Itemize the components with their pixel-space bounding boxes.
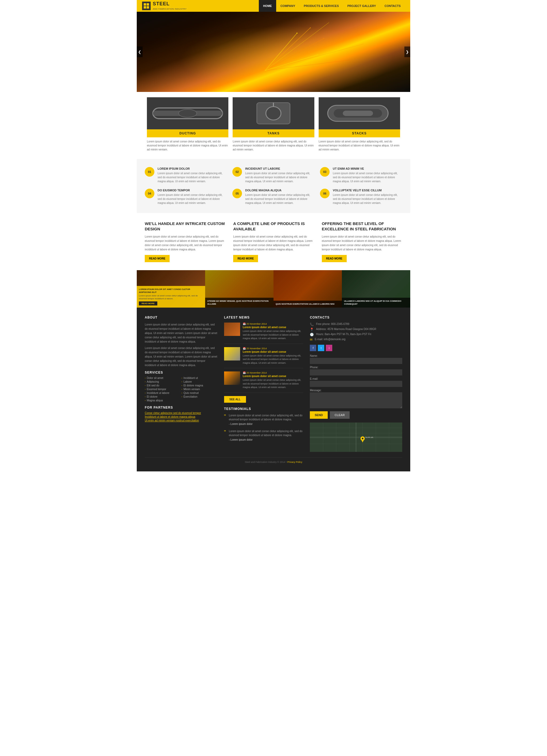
hero-slider: ❮ ❯ xyxy=(137,12,410,92)
logo-text: STEEL AND FABRICATION INDUSTRY xyxy=(153,1,187,10)
info-readmore-3[interactable]: READ MORE xyxy=(322,255,347,262)
svg-line-4 xyxy=(265,33,297,71)
testimonials-section: TESTIMONIALS "Lorem ipsum dolor sit amet… xyxy=(224,407,303,441)
info-section: WE'LL HANDLE ANY INTRICATE CUSTOM DESIGN… xyxy=(137,213,410,270)
service-item-4: ◦Labore xyxy=(181,380,217,383)
twitter-icon[interactable]: t xyxy=(318,345,324,351)
news-content-3: 📅 25 November 2014 Lorem ipsum dolor sit… xyxy=(243,371,303,389)
partner-link-3[interactable]: Ut enim ad minim veniam nostrud exercita… xyxy=(145,419,218,422)
email-input[interactable] xyxy=(310,381,402,387)
address-icon: 📍 xyxy=(310,328,314,331)
service-item-8: ◦Minim veniam xyxy=(181,388,217,391)
email-label: E-mail: xyxy=(310,377,402,380)
feature-content-6: VOLLUPTATE VELIT ESSE CILLUM Lorem ipsum… xyxy=(333,189,402,205)
news-item-2: 📅 25 November 2014 Lorem ipsum dolor sit… xyxy=(224,347,303,369)
see-all-button[interactable]: SEE ALL xyxy=(224,396,246,403)
contact-address: 📍 Address: 4578 Marmora Road Glasgow D04… xyxy=(310,328,402,331)
name-input[interactable] xyxy=(310,358,402,364)
nav-company[interactable]: COMPANY xyxy=(276,0,299,12)
footer-news-col: LATEST NEWS 📅 25 November 2014 Lorem ips… xyxy=(224,316,303,452)
service-item-6: ◦Et dolore magna xyxy=(181,384,217,387)
contact-phone: 📞 Free phone: 800-2345-6789 xyxy=(310,323,402,326)
service-item-2: ◦Incididunt ut xyxy=(181,377,217,379)
brand-name: STEEL xyxy=(153,1,187,7)
form-group-email: E-mail: xyxy=(310,377,402,387)
gallery-overlay-4: ULLAMCO LABORIS NISI UT ALIQUIP EX EA CO… xyxy=(342,298,410,308)
gallery-readmore-1[interactable]: READ MORE xyxy=(139,301,157,305)
feature-6: 06 VOLLUPTATE VELIT ESSE CILLUM Lorem ip… xyxy=(320,189,402,205)
instagram-icon[interactable]: i xyxy=(326,345,332,351)
tanks-image xyxy=(233,97,314,129)
contact-email: ✉ E-mail: info@demoink.org xyxy=(310,338,402,342)
footer-services-grid: ◦Dolor sit amet ◦Incididunt ut ◦Adipisci… xyxy=(145,377,218,402)
gallery-item-4[interactable]: ULLAMCO LABORIS NISI UT ALIQUIP EX EA CO… xyxy=(342,270,410,308)
news-item-1: 📅 25 November 2014 Lorem ipsum dolor sit… xyxy=(224,323,303,344)
svg-point-22 xyxy=(266,107,281,120)
nav-home[interactable]: HOME xyxy=(259,0,276,12)
privacy-link[interactable]: Privacy Policy xyxy=(287,461,302,463)
svg-rect-27 xyxy=(343,111,373,116)
gallery-item-2[interactable]: UTENIM AD MINIM VENIAM, QUIS NOSTRUD EXE… xyxy=(205,270,274,308)
main-nav: HOME COMPANY PRODUCTS & SERVICES PROJECT… xyxy=(259,0,405,12)
news-text-3: Lorem ipsum dolor sit amet conse cletur … xyxy=(243,378,303,389)
partner-link-2[interactable]: Incididunt ut labore et dolore magna ali… xyxy=(145,415,218,418)
feature-4: 04 DO EIUSMOD TEMPOR Lorem ipsum dolor s… xyxy=(145,189,227,205)
feature-1: 01 LOREM IPSUM DOLOR Lorem ipsum dolor s… xyxy=(145,167,227,183)
service-item-11: ◦Et dolore xyxy=(145,395,181,398)
form-group-phone: Phone: xyxy=(310,366,402,375)
clear-button[interactable]: CLEAR xyxy=(330,411,350,419)
message-textarea[interactable] xyxy=(310,392,402,408)
svg-line-9 xyxy=(265,22,329,71)
feature-content-5: DOLORE MAGNA ALIQUA Lorem ipsum dolor si… xyxy=(245,189,314,205)
svg-point-12 xyxy=(296,33,297,34)
info-readmore-2[interactable]: READ MORE xyxy=(233,255,258,262)
news-text-2: Lorem ipsum dolor sit amet conse cletur … xyxy=(243,354,303,365)
info-col-1: WE'LL HANDLE ANY INTRICATE CUSTOM DESIGN… xyxy=(145,221,225,262)
service-card-tanks: TANKS Lorem ipsum dolor sit amet conse c… xyxy=(233,97,314,154)
contact-info: 📞 Free phone: 800-2345-6789 📍 Address: 4… xyxy=(310,323,402,342)
svg-line-5 xyxy=(265,38,324,71)
service-cards: DUCTING Lorem ipsum dolor sit amet conse… xyxy=(137,92,410,159)
logo-area: STEEL AND FABRICATION INDUSTRY xyxy=(142,1,259,10)
hero-next-button[interactable]: ❯ xyxy=(404,46,410,57)
brand-sub: AND FABRICATION INDUSTRY xyxy=(153,8,187,10)
service-item-9: ◦Incididunt ut labore xyxy=(145,391,181,394)
feature-5: 05 DOLORE MAGNA ALIQUA Lorem ipsum dolor… xyxy=(233,189,314,205)
social-icons: f t i xyxy=(310,345,402,351)
news-text-1: Lorem ipsum dolor sit amet conse cletur … xyxy=(243,329,303,340)
tanks-text: Lorem ipsum dolor sit amet conse cletur … xyxy=(233,137,314,154)
hero-prev-button[interactable]: ❮ xyxy=(137,46,143,57)
nav-gallery[interactable]: PROJECT GALLERY xyxy=(343,0,380,12)
feature-3: 03 UT ENIM AD MINIM VE Lorem ipsum dolor… xyxy=(320,167,402,183)
phone-input[interactable] xyxy=(310,369,402,375)
footer-contacts-col: CONTACTS 📞 Free phone: 800-2345-6789 📍 A… xyxy=(310,316,402,452)
feature-2: 02 INCIDIDUNT UT LABORE Lorem ipsum dolo… xyxy=(233,167,314,183)
send-button[interactable]: SEND xyxy=(310,411,328,419)
service-item-1: ◦Dolor sit amet xyxy=(145,377,181,379)
gallery-item-3[interactable]: QUIS NOSTRUD EXERCITATION ULLAMCO LABORI… xyxy=(274,270,342,308)
partner-link-1[interactable]: Conse cletur adipiscing sed do eiusmod t… xyxy=(145,412,218,414)
news-content-2: 📅 25 November 2014 Lorem ipsum dolor sit… xyxy=(243,347,303,365)
features-section: 01 LOREM IPSUM DOLOR Lorem ipsum dolor s… xyxy=(137,159,410,213)
nav-products[interactable]: PRODUCTS & SERVICES xyxy=(299,0,343,12)
svg-rect-0 xyxy=(144,3,146,6)
svg-point-14 xyxy=(336,51,337,52)
testimonial-1: "Lorem ipsum dolor sit amet conse cletur… xyxy=(224,413,303,425)
tanks-label: TANKS xyxy=(233,129,314,137)
news-title-1: Lorem ipsum dolor sit amet conse xyxy=(243,326,303,329)
phone-icon: 📞 xyxy=(310,323,314,326)
facebook-icon[interactable]: f xyxy=(310,345,316,351)
feature-num-1: 01 xyxy=(145,167,154,177)
testimonial-author-1: - Lorem ipsum dolor xyxy=(224,422,303,425)
nav-contacts[interactable]: CONTACTS xyxy=(380,0,405,12)
testimonial-text-1: "Lorem ipsum dolor sit amet conse cletur… xyxy=(224,413,303,421)
news-thumb-1 xyxy=(224,323,240,336)
testimonial-2: "Lorem ipsum dolor sit amet conse cletur… xyxy=(224,429,303,441)
svg-rect-3 xyxy=(147,6,149,9)
svg-rect-2 xyxy=(144,6,146,9)
feature-content-1: LOREM IPSUM DOLOR Lorem ipsum dolor sit … xyxy=(158,167,227,183)
gallery-item-1[interactable]: LOREM IPSUM DOLOR SIT AMET CONSE CLETUR … xyxy=(137,270,205,308)
hero-background xyxy=(137,12,410,92)
info-readmore-1[interactable]: READ MORE xyxy=(145,255,170,262)
gallery-overlay-2: UTENIM AD MINIM VENIAM, QUIS NOSTRUD EXE… xyxy=(205,298,274,308)
